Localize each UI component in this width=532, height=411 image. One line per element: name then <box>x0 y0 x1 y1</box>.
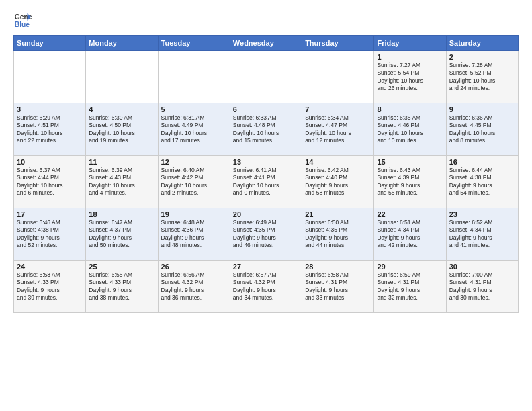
day-number: 24 <box>17 263 83 271</box>
day-info: Sunrise: 6:55 AM Sunset: 4:33 PM Dayligh… <box>89 271 154 302</box>
day-info: Sunrise: 6:40 AM Sunset: 4:42 PM Dayligh… <box>161 167 227 197</box>
week-row-2: 10Sunrise: 6:37 AM Sunset: 4:44 PM Dayli… <box>14 156 519 208</box>
calendar-cell: 4Sunrise: 6:30 AM Sunset: 4:50 PM Daylig… <box>86 103 158 156</box>
day-info: Sunrise: 6:52 AM Sunset: 4:34 PM Dayligh… <box>449 219 515 250</box>
day-number: 12 <box>161 158 227 166</box>
day-number: 5 <box>161 105 227 113</box>
logo-icon: General Blue <box>13 11 32 30</box>
calendar-cell: 1Sunrise: 7:27 AM Sunset: 5:54 PM Daylig… <box>374 51 446 103</box>
day-info: Sunrise: 7:27 AM Sunset: 5:54 PM Dayligh… <box>377 62 443 93</box>
day-number: 3 <box>17 105 83 113</box>
day-info: Sunrise: 6:44 AM Sunset: 4:38 PM Dayligh… <box>449 167 515 197</box>
calendar-table: SundayMondayTuesdayWednesdayThursdayFrid… <box>13 35 519 313</box>
calendar-cell: 18Sunrise: 6:47 AM Sunset: 4:37 PM Dayli… <box>86 208 158 261</box>
calendar-cell: 6Sunrise: 6:33 AM Sunset: 4:48 PM Daylig… <box>230 103 302 156</box>
day-info: Sunrise: 6:41 AM Sunset: 4:41 PM Dayligh… <box>233 167 299 197</box>
day-number: 2 <box>449 53 515 61</box>
day-info: Sunrise: 6:30 AM Sunset: 4:50 PM Dayligh… <box>89 114 154 145</box>
calendar-cell: 16Sunrise: 6:44 AM Sunset: 4:38 PM Dayli… <box>446 156 518 208</box>
day-info: Sunrise: 6:42 AM Sunset: 4:40 PM Dayligh… <box>305 167 371 197</box>
day-number: 20 <box>233 210 299 218</box>
header-day-wednesday: Wednesday <box>230 36 302 51</box>
day-info: Sunrise: 6:37 AM Sunset: 4:44 PM Dayligh… <box>17 167 83 197</box>
week-row-3: 17Sunrise: 6:46 AM Sunset: 4:38 PM Dayli… <box>14 208 519 261</box>
calendar-cell <box>14 51 86 103</box>
day-info: Sunrise: 6:51 AM Sunset: 4:34 PM Dayligh… <box>377 219 443 250</box>
day-number: 27 <box>233 263 299 271</box>
day-number: 21 <box>305 210 371 218</box>
header-day-friday: Friday <box>374 36 446 51</box>
week-row-1: 3Sunrise: 6:29 AM Sunset: 4:51 PM Daylig… <box>14 103 519 156</box>
day-info: Sunrise: 6:50 AM Sunset: 4:35 PM Dayligh… <box>305 219 371 250</box>
calendar-cell: 20Sunrise: 6:49 AM Sunset: 4:35 PM Dayli… <box>230 208 302 261</box>
calendar-cell: 22Sunrise: 6:51 AM Sunset: 4:34 PM Dayli… <box>374 208 446 261</box>
calendar-cell: 9Sunrise: 6:36 AM Sunset: 4:45 PM Daylig… <box>446 103 518 156</box>
day-info: Sunrise: 6:34 AM Sunset: 4:47 PM Dayligh… <box>305 114 371 145</box>
day-number: 16 <box>449 158 515 166</box>
day-number: 18 <box>89 210 154 218</box>
header-row: SundayMondayTuesdayWednesdayThursdayFrid… <box>14 36 519 51</box>
calendar-cell: 15Sunrise: 6:43 AM Sunset: 4:39 PM Dayli… <box>374 156 446 208</box>
calendar-cell: 12Sunrise: 6:40 AM Sunset: 4:42 PM Dayli… <box>158 156 230 208</box>
day-number: 28 <box>305 263 371 271</box>
header-day-sunday: Sunday <box>14 36 86 51</box>
day-number: 17 <box>17 210 83 218</box>
day-number: 23 <box>449 210 515 218</box>
day-number: 7 <box>305 105 371 113</box>
calendar-cell <box>86 51 158 103</box>
calendar-cell: 25Sunrise: 6:55 AM Sunset: 4:33 PM Dayli… <box>86 261 158 313</box>
day-info: Sunrise: 6:29 AM Sunset: 4:51 PM Dayligh… <box>17 114 83 145</box>
calendar-cell: 21Sunrise: 6:50 AM Sunset: 4:35 PM Dayli… <box>302 208 374 261</box>
header-day-tuesday: Tuesday <box>158 36 230 51</box>
calendar-cell: 23Sunrise: 6:52 AM Sunset: 4:34 PM Dayli… <box>446 208 518 261</box>
header-day-saturday: Saturday <box>446 36 518 51</box>
day-info: Sunrise: 6:49 AM Sunset: 4:35 PM Dayligh… <box>233 219 299 250</box>
day-info: Sunrise: 7:28 AM Sunset: 5:52 PM Dayligh… <box>449 62 515 93</box>
day-info: Sunrise: 6:59 AM Sunset: 4:31 PM Dayligh… <box>377 271 443 302</box>
day-number: 11 <box>89 158 154 166</box>
calendar-cell: 3Sunrise: 6:29 AM Sunset: 4:51 PM Daylig… <box>14 103 86 156</box>
day-number: 25 <box>89 263 154 271</box>
week-row-4: 24Sunrise: 6:53 AM Sunset: 4:33 PM Dayli… <box>14 261 519 313</box>
calendar-cell <box>230 51 302 103</box>
day-number: 15 <box>377 158 443 166</box>
day-number: 1 <box>377 53 443 61</box>
calendar-cell: 19Sunrise: 6:48 AM Sunset: 4:36 PM Dayli… <box>158 208 230 261</box>
day-info: Sunrise: 6:35 AM Sunset: 4:46 PM Dayligh… <box>377 114 443 145</box>
day-number: 9 <box>449 105 515 113</box>
day-number: 8 <box>377 105 443 113</box>
header-day-monday: Monday <box>86 36 158 51</box>
calendar-cell: 13Sunrise: 6:41 AM Sunset: 4:41 PM Dayli… <box>230 156 302 208</box>
calendar-cell: 7Sunrise: 6:34 AM Sunset: 4:47 PM Daylig… <box>302 103 374 156</box>
day-info: Sunrise: 6:58 AM Sunset: 4:31 PM Dayligh… <box>305 271 371 302</box>
day-number: 10 <box>17 158 83 166</box>
calendar-cell: 30Sunrise: 7:00 AM Sunset: 4:31 PM Dayli… <box>446 261 518 313</box>
calendar-cell <box>302 51 374 103</box>
calendar-cell: 2Sunrise: 7:28 AM Sunset: 5:52 PM Daylig… <box>446 51 518 103</box>
day-info: Sunrise: 6:33 AM Sunset: 4:48 PM Dayligh… <box>233 114 299 145</box>
day-info: Sunrise: 6:56 AM Sunset: 4:32 PM Dayligh… <box>161 271 227 302</box>
day-number: 29 <box>377 263 443 271</box>
day-number: 30 <box>449 263 515 271</box>
day-info: Sunrise: 6:39 AM Sunset: 4:43 PM Dayligh… <box>89 167 154 197</box>
day-number: 26 <box>161 263 227 271</box>
calendar-cell: 28Sunrise: 6:58 AM Sunset: 4:31 PM Dayli… <box>302 261 374 313</box>
day-info: Sunrise: 6:48 AM Sunset: 4:36 PM Dayligh… <box>161 219 227 250</box>
logo: General Blue <box>13 11 35 30</box>
calendar-cell: 8Sunrise: 6:35 AM Sunset: 4:46 PM Daylig… <box>374 103 446 156</box>
day-number: 19 <box>161 210 227 218</box>
day-number: 14 <box>305 158 371 166</box>
day-info: Sunrise: 6:47 AM Sunset: 4:37 PM Dayligh… <box>89 219 154 250</box>
day-info: Sunrise: 6:43 AM Sunset: 4:39 PM Dayligh… <box>377 167 443 197</box>
calendar-cell: 5Sunrise: 6:31 AM Sunset: 4:49 PM Daylig… <box>158 103 230 156</box>
svg-text:Blue: Blue <box>15 21 30 28</box>
header-day-thursday: Thursday <box>302 36 374 51</box>
day-number: 6 <box>233 105 299 113</box>
calendar-cell: 27Sunrise: 6:57 AM Sunset: 4:32 PM Dayli… <box>230 261 302 313</box>
calendar-cell: 14Sunrise: 6:42 AM Sunset: 4:40 PM Dayli… <box>302 156 374 208</box>
page: General Blue SundayMondayTuesdayWednesda… <box>0 0 532 411</box>
day-number: 13 <box>233 158 299 166</box>
day-info: Sunrise: 6:46 AM Sunset: 4:38 PM Dayligh… <box>17 219 83 250</box>
calendar-cell <box>158 51 230 103</box>
day-info: Sunrise: 6:53 AM Sunset: 4:33 PM Dayligh… <box>17 271 83 302</box>
